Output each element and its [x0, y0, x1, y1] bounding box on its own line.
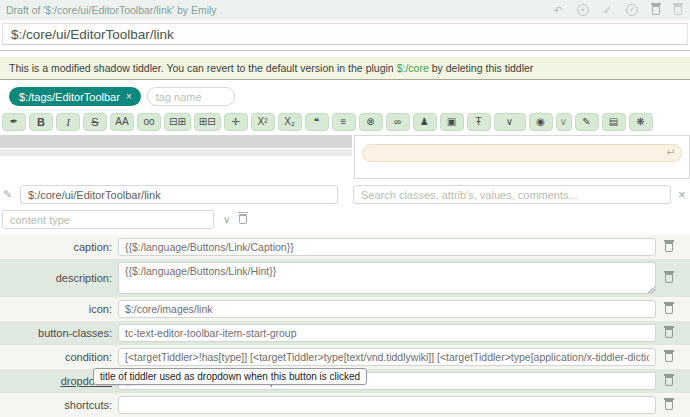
line-width-icon[interactable]: ✛ [224, 113, 248, 131]
tag-row: $:/tags/EditorToolbar × [0, 80, 690, 112]
tag-name-input[interactable] [147, 87, 235, 106]
quote-icon[interactable]: ❝ [305, 113, 329, 131]
field-input-description[interactable]: {{$:/language/Buttons/Link/Hint}} [118, 262, 656, 294]
confirm-icon[interactable]: ✓ [626, 4, 638, 16]
chevron-down-icon[interactable]: ∨ [223, 214, 230, 225]
tiddlywiki-draft-editor: Draft of '$:/core/ui/EditorToolbar/link'… [0, 0, 690, 417]
field-row-button-classes: button-classes: [0, 321, 690, 345]
field-delete-icon-button[interactable] [656, 304, 682, 314]
content-type-delete-button[interactable] [239, 214, 247, 226]
preview-field-input[interactable]: ↵ [362, 144, 682, 162]
picture-icon[interactable]: ▣ [440, 113, 464, 131]
field-input-icon[interactable] [118, 300, 656, 318]
subscript-icon[interactable]: X₂ [278, 113, 302, 131]
field-delete-button-classes-button[interactable] [656, 328, 682, 338]
preview-pane: ↵ [354, 135, 690, 179]
field-label-button-classes: button-classes: [0, 327, 118, 339]
field-input-button-classes[interactable] [118, 324, 656, 342]
delete-icon[interactable] [652, 5, 660, 15]
paint-icon[interactable]: ✒ [2, 113, 26, 131]
field-delete-dropdown-button[interactable] [656, 376, 682, 386]
field-label-icon: icon: [0, 303, 118, 315]
editor-toolbar: ✒ B I S AA oo ⊟⊞ ⊞⊟ ✛ X² X₂ ❝ ≡ ⊗ ∞ ♟ ▣ … [0, 112, 690, 134]
field-label-description: description: [0, 272, 118, 284]
notice-text-after: by deleting this tiddler [432, 62, 534, 74]
source-pane-gutter [0, 149, 352, 156]
field-delete-description-button[interactable] [656, 273, 682, 283]
cancel-icon[interactable]: × [577, 4, 589, 16]
draft-title-label: Draft of '$:/core/ui/EditorToolbar/link'… [6, 4, 217, 16]
file-import-icon[interactable]: ▤ [602, 113, 626, 131]
field-row-caption: caption: [0, 235, 690, 259]
field-input-caption[interactable] [118, 238, 656, 256]
field-row-description: description: {{$:/language/Buttons/Link/… [0, 259, 690, 297]
field-input-shortcuts[interactable] [118, 396, 656, 414]
dropdown-tooltip: title of tiddler used as dropdown when t… [93, 368, 367, 385]
more-icon[interactable]: ❋ [629, 113, 653, 131]
draft-header: Draft of '$:/core/ui/EditorToolbar/link'… [0, 0, 690, 20]
font-case-icon[interactable]: AA [110, 113, 134, 131]
divider [0, 50, 690, 51]
edit-search-row: ✎ × [0, 185, 690, 204]
save-check-icon[interactable]: ✓ [603, 5, 612, 16]
delete-secondary-icon[interactable] [674, 5, 682, 15]
stamp-icon[interactable]: ♟ [413, 113, 437, 131]
superscript-icon[interactable]: X² [251, 113, 275, 131]
header-actions: ↶ × ✓ ✓ [554, 4, 682, 16]
list-bullet-icon[interactable]: ≡ [332, 113, 356, 131]
editor-panes: ↵ [0, 135, 690, 179]
notice-text-before: This is a modified shadow tiddler. You c… [9, 62, 394, 74]
field-label-caption: caption: [0, 241, 118, 253]
search-input[interactable] [353, 185, 671, 204]
field-delete-caption-button[interactable] [656, 242, 682, 252]
strikethrough-icon[interactable]: S [83, 113, 107, 131]
preview-type-icon[interactable]: ∨ [556, 113, 572, 131]
field-row-condition: condition: [0, 345, 690, 369]
italic-icon[interactable]: I [56, 113, 80, 131]
mono-block-icon[interactable]: ⊞⊟ [194, 113, 221, 131]
opacity-icon[interactable]: oo [137, 113, 161, 131]
content-type-input[interactable] [2, 210, 214, 229]
field-row-shortcuts: shortcuts: [0, 393, 690, 417]
tag-pill-label: $:/tags/EditorToolbar [19, 91, 120, 103]
field-label-condition: condition: [0, 351, 118, 363]
linkify-icon[interactable]: ✎ [575, 113, 599, 131]
content-type-row: ∨ [0, 210, 690, 235]
core-plugin-link[interactable]: $:/core [397, 62, 429, 74]
tag-remove-icon[interactable]: × [126, 91, 132, 102]
title-row [0, 20, 690, 46]
field-row-icon: icon: [0, 297, 690, 321]
source-pane[interactable] [0, 135, 352, 156]
excise-icon[interactable]: ⊗ [359, 113, 383, 131]
preview-icon[interactable]: ◉ [529, 113, 553, 131]
link-icon[interactable]: ∞ [386, 113, 410, 131]
mono-line-icon[interactable]: ⊟⊞ [164, 113, 191, 131]
field-delete-shortcuts-button[interactable] [656, 400, 682, 410]
field-delete-condition-button[interactable] [656, 352, 682, 362]
source-pane-scrollbar[interactable] [0, 135, 352, 148]
edited-tiddler-title-input[interactable] [20, 185, 338, 204]
clear-search-icon[interactable]: × [678, 187, 686, 202]
editor-height-icon[interactable]: ∨ [494, 113, 526, 131]
revert-icon[interactable]: ↶ [554, 5, 563, 16]
field-label-shortcuts: shortcuts: [0, 399, 118, 411]
field-input-condition[interactable] [118, 348, 656, 366]
bold-icon[interactable]: B [29, 113, 53, 131]
return-arrow-icon[interactable]: ↵ [667, 146, 676, 159]
pencil-icon: ✎ [3, 188, 15, 201]
transclude-icon[interactable]: Ŧ [467, 113, 491, 131]
tiddler-title-input[interactable] [2, 23, 688, 45]
shadow-tiddler-notice: This is a modified shadow tiddler. You c… [0, 57, 690, 80]
tag-pill-editortoolbar[interactable]: $:/tags/EditorToolbar × [9, 87, 141, 106]
